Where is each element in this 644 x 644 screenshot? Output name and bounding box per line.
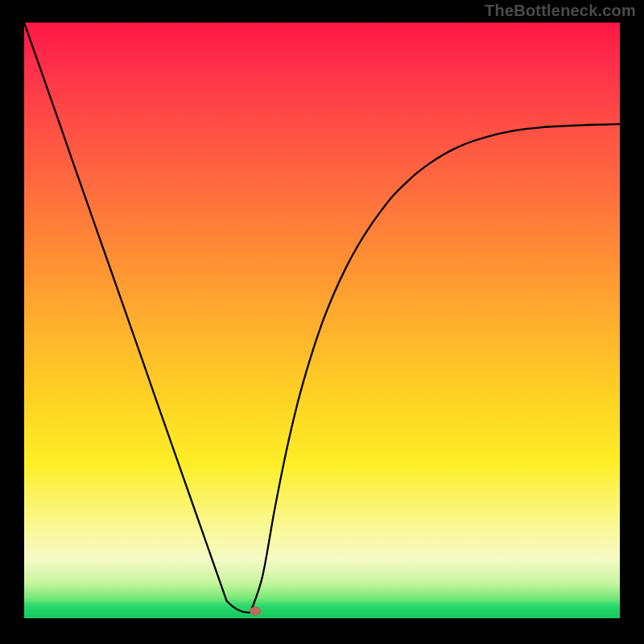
bottleneck-curve — [24, 23, 620, 613]
watermark-text: TheBottleneck.com — [485, 2, 636, 20]
chart-frame: TheBottleneck.com — [0, 0, 644, 644]
plot-area — [24, 23, 620, 618]
curve-layer — [24, 23, 620, 618]
optimal-point-marker — [250, 607, 261, 616]
